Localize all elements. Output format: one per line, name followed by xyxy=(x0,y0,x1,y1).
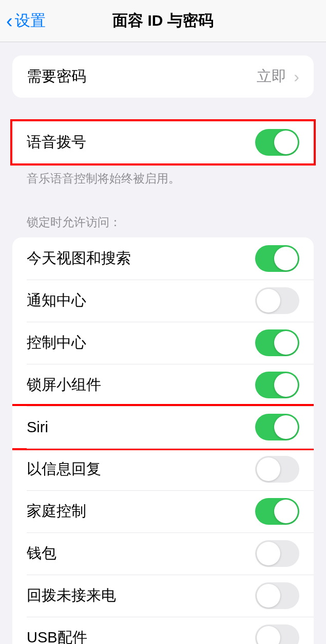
notification-center-toggle[interactable] xyxy=(255,287,299,314)
siri-toggle[interactable] xyxy=(255,414,299,440)
back-button[interactable]: ‹ 设置 xyxy=(6,10,46,31)
control-center-toggle[interactable] xyxy=(255,329,299,356)
page-title: 面容 ID 与密码 xyxy=(112,10,214,31)
item-label: 今天视图和搜索 xyxy=(27,248,131,269)
list-item: 锁屏小组件 xyxy=(12,364,314,406)
item-label: 锁屏小组件 xyxy=(27,375,101,395)
item-label: 控制中心 xyxy=(27,333,86,353)
list-item: 以信息回复 xyxy=(12,448,314,490)
usb-accessories-toggle[interactable] xyxy=(255,624,299,644)
today-view-toggle[interactable] xyxy=(255,245,299,272)
item-label: 回拨未接来电 xyxy=(27,585,116,606)
back-label: 设置 xyxy=(15,10,46,31)
require-passcode-label: 需要密码 xyxy=(27,66,86,87)
nav-header: ‹ 设置 面容 ID 与密码 xyxy=(0,0,326,42)
list-item: 今天视图和搜索 xyxy=(12,237,314,280)
require-passcode-value: 立即 xyxy=(257,66,286,87)
item-label: 以信息回复 xyxy=(27,459,101,480)
lock-screen-widgets-toggle[interactable] xyxy=(255,372,299,398)
return-missed-calls-toggle[interactable] xyxy=(255,582,299,609)
voice-dial-row: 语音拨号 xyxy=(12,121,314,163)
voice-dial-footer: 音乐语音控制将始终被启用。 xyxy=(12,163,314,187)
item-label: 通知中心 xyxy=(27,290,86,311)
item-label: 钱包 xyxy=(27,543,56,564)
voice-dial-label: 语音拨号 xyxy=(27,132,86,153)
wallet-toggle[interactable] xyxy=(255,540,299,567)
list-item: 家庭控制 xyxy=(12,490,314,532)
item-label: Siri xyxy=(27,419,48,436)
item-label: 家庭控制 xyxy=(27,501,86,522)
home-control-toggle[interactable] xyxy=(255,498,299,525)
locked-access-header: 锁定时允许访问： xyxy=(12,187,314,237)
content-area: 需要密码 立即 › 语音拨号 音乐语音控制将始终被启用。 锁定时允许访问： 今天… xyxy=(0,42,326,644)
list-item: 回拨未接来电 xyxy=(12,575,314,617)
locked-access-group: 今天视图和搜索通知中心控制中心锁屏小组件Siri以信息回复家庭控制钱包回拨未接来… xyxy=(12,237,314,644)
require-passcode-row[interactable]: 需要密码 立即 › xyxy=(12,56,314,98)
chevron-right-icon: › xyxy=(294,67,299,86)
item-label: USB配件 xyxy=(27,628,87,644)
list-item: 控制中心 xyxy=(12,322,314,364)
list-item: 通知中心 xyxy=(12,280,314,322)
list-item: USB配件 xyxy=(12,617,314,644)
require-passcode-group: 需要密码 立即 › xyxy=(12,56,314,98)
reply-with-message-toggle[interactable] xyxy=(255,456,299,483)
voice-dial-toggle[interactable] xyxy=(255,129,299,156)
list-item: 钱包 xyxy=(12,532,314,575)
chevron-left-icon: ‹ xyxy=(6,11,13,31)
list-item: Siri xyxy=(12,406,314,448)
voice-dial-group: 语音拨号 xyxy=(12,121,314,163)
